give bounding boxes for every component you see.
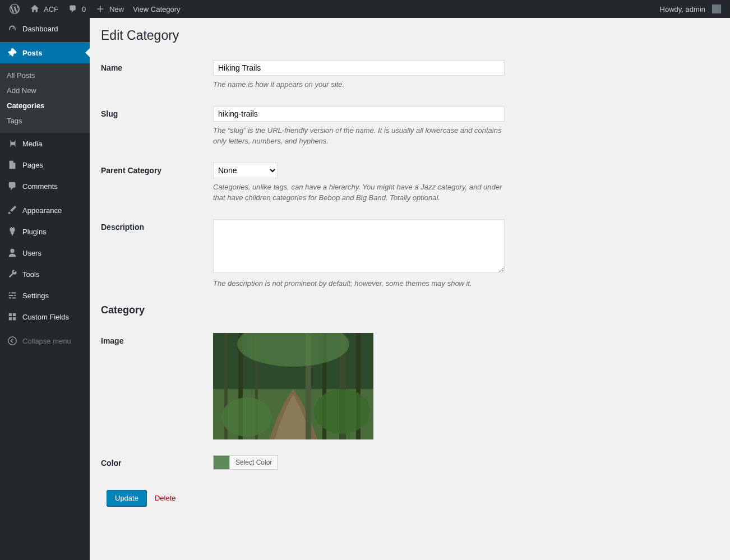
grid-icon [7, 311, 18, 322]
parent-label: Parent Category [101, 163, 213, 175]
page-icon [7, 159, 18, 170]
admin-menu: Dashboard Posts All Posts Add New Catego… [0, 18, 90, 560]
description-input[interactable] [213, 219, 505, 273]
howdy-text: Howdy, admin [660, 5, 705, 13]
color-label: Color [101, 455, 213, 468]
svg-point-11 [314, 389, 370, 434]
site-name: ACF [44, 5, 58, 13]
wordpress-icon [9, 3, 20, 15]
home-icon [29, 3, 40, 15]
menu-plugins[interactable]: Plugins [0, 221, 90, 242]
submenu-tags[interactable]: Tags [0, 113, 90, 128]
menu-dashboard[interactable]: Dashboard [0, 18, 90, 39]
description-label: Description [101, 219, 213, 232]
description-help: The description is not prominent by defa… [213, 278, 505, 289]
name-input[interactable] [213, 60, 505, 76]
image-label: Image [101, 333, 213, 345]
submenu-categories[interactable]: Categories [0, 98, 90, 113]
menu-settings[interactable]: Settings [0, 285, 90, 306]
brush-icon [7, 205, 18, 216]
parent-select[interactable]: None [213, 163, 278, 178]
collapse-menu[interactable]: Collapse menu [0, 330, 90, 351]
admin-toolbar: ACF 0 New View Category Howdy, admin [0, 0, 730, 18]
parent-help: Categories, unlike tags, can have a hier… [213, 182, 505, 203]
menu-users[interactable]: Users [0, 242, 90, 263]
view-link[interactable]: View Category [128, 0, 184, 18]
menu-posts[interactable]: Posts [0, 42, 90, 63]
site-name-link[interactable]: ACF [25, 0, 63, 18]
name-help: The name is how it appears on your site. [213, 79, 505, 90]
page-title: Edit Category [101, 28, 719, 43]
posts-submenu: All Posts Add New Categories Tags [0, 63, 90, 133]
wrench-icon [7, 269, 18, 280]
submenu-add-new[interactable]: Add New [0, 83, 90, 98]
chevron-left-circle-icon [7, 335, 18, 346]
plug-icon [7, 226, 18, 237]
image-preview[interactable] [213, 333, 373, 439]
delete-link[interactable]: Delete [155, 494, 176, 502]
submenu-all-posts[interactable]: All Posts [0, 68, 90, 83]
main-content: Edit Category Name The name is how it ap… [90, 18, 730, 560]
avatar [712, 4, 721, 13]
account-link[interactable]: Howdy, admin [655, 0, 726, 18]
comment-icon [67, 3, 78, 15]
comments-link[interactable]: 0 [63, 0, 90, 18]
pin-icon [7, 47, 18, 58]
update-button[interactable]: Update [107, 490, 147, 506]
menu-appearance[interactable]: Appearance [0, 200, 90, 221]
new-content-link[interactable]: New [90, 0, 128, 18]
section-heading: Category [101, 304, 719, 316]
new-label: New [109, 5, 124, 13]
plus-icon [95, 3, 106, 15]
color-swatch[interactable] [213, 455, 230, 470]
slug-help: The “slug” is the URL-friendly version o… [213, 125, 505, 147]
svg-point-10 [221, 397, 272, 437]
slug-input[interactable] [213, 106, 505, 122]
comments-count: 0 [82, 5, 86, 13]
slug-label: Slug [101, 106, 213, 118]
select-color-button[interactable]: Select Color [230, 455, 278, 470]
menu-comments[interactable]: Comments [0, 175, 90, 197]
media-icon [7, 138, 18, 149]
menu-custom-fields[interactable]: Custom Fields [0, 306, 90, 327]
user-icon [7, 247, 18, 258]
menu-tools[interactable]: Tools [0, 263, 90, 285]
dashboard-icon [7, 23, 18, 34]
wp-logo[interactable] [4, 0, 25, 18]
svg-point-0 [8, 337, 16, 345]
menu-media[interactable]: Media [0, 133, 90, 154]
comments-icon [7, 181, 18, 192]
menu-pages[interactable]: Pages [0, 154, 90, 175]
name-label: Name [101, 60, 213, 72]
sliders-icon [7, 290, 18, 301]
